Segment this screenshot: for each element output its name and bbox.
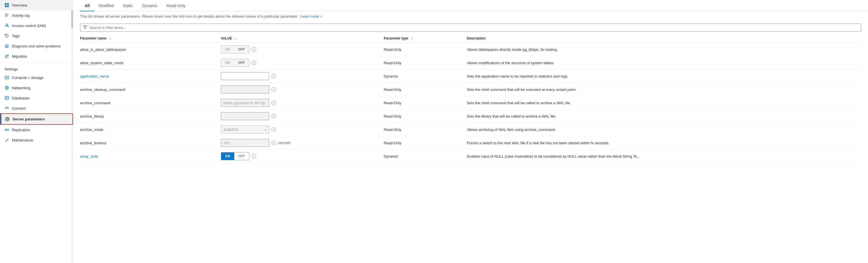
sidebar-label-replication: Replication bbox=[12, 128, 30, 132]
diagnose-icon bbox=[4, 44, 9, 48]
input-5 bbox=[221, 112, 269, 120]
param-name-4: archive_command bbox=[80, 101, 110, 105]
toggle-on-blue-8[interactable]: ON bbox=[221, 152, 234, 160]
param-type-8: Dynamic bbox=[383, 150, 467, 163]
db-icon bbox=[4, 96, 9, 100]
network-icon bbox=[4, 86, 9, 90]
sidebar-label-activity-log: Activity log bbox=[12, 13, 30, 18]
svg-rect-1 bbox=[7, 3, 9, 5]
info-icon-2[interactable]: i bbox=[272, 74, 276, 78]
tab-read-only[interactable]: Read-Only bbox=[162, 0, 190, 11]
tab-modified[interactable]: Modified bbox=[94, 0, 118, 11]
param-desc-3: Sets the shell command that will be exec… bbox=[467, 83, 861, 96]
param-desc-4: Sets the shell command that will be call… bbox=[467, 96, 861, 110]
col-header-desc: Description bbox=[467, 34, 861, 43]
activity-icon bbox=[4, 13, 9, 18]
svg-point-8 bbox=[7, 26, 8, 27]
sidebar-item-networking[interactable]: Networking bbox=[0, 83, 73, 93]
sidebar-label-overview: Overview bbox=[12, 3, 27, 7]
input-2[interactable] bbox=[221, 72, 269, 80]
info-icon-0[interactable]: i bbox=[252, 47, 256, 52]
gear-icon bbox=[5, 117, 10, 121]
table-row: archive_timeoutisecondsRead-OnlyForces a… bbox=[80, 136, 861, 150]
param-type-3: Read-Only bbox=[383, 83, 467, 96]
svg-rect-2 bbox=[5, 5, 6, 7]
parameters-table: Parameter name ↑↓ VALUE ↑↓ Parameter typ… bbox=[80, 34, 861, 163]
info-icon-6[interactable]: i bbox=[272, 127, 276, 132]
svg-rect-5 bbox=[5, 15, 8, 16]
col-header-type: Parameter type ↑↓ bbox=[383, 34, 467, 43]
input-3 bbox=[221, 86, 269, 93]
svg-point-17 bbox=[7, 108, 8, 109]
sidebar-item-connect[interactable]: Connect bbox=[0, 103, 73, 113]
param-type-7: Read-Only bbox=[383, 136, 467, 150]
learn-more-link[interactable]: Learn more bbox=[300, 14, 319, 19]
sidebar-label-access-control: Access control (IAM) bbox=[12, 24, 46, 28]
external-link-icon: ↗ bbox=[320, 15, 322, 18]
svg-rect-0 bbox=[5, 3, 6, 5]
info-icon-3[interactable]: i bbox=[272, 87, 276, 92]
tab-static[interactable]: Static bbox=[118, 0, 137, 11]
info-icon-7[interactable]: i bbox=[272, 141, 276, 145]
select-6: ALWAYS bbox=[221, 125, 269, 134]
sidebar-item-databases[interactable]: Databases bbox=[0, 93, 73, 103]
grid-icon bbox=[4, 3, 9, 7]
sort-name-icon[interactable]: ↑↓ bbox=[109, 37, 112, 40]
table-body: allow_in_place_tablespacesONOFFiRead-Onl… bbox=[80, 43, 861, 163]
toggle-off-blue-8[interactable]: OFF bbox=[234, 152, 249, 160]
sort-type-icon[interactable]: ↑↓ bbox=[410, 37, 413, 40]
table-row: archive_modeALWAYSiRead-OnlyAllows archi… bbox=[80, 123, 861, 136]
sidebar-item-maintenance[interactable]: Maintenance bbox=[0, 135, 73, 145]
compute-icon bbox=[4, 75, 9, 80]
sidebar-item-activity-log[interactable]: Activity log bbox=[0, 10, 73, 21]
toggle-1: ONOFF bbox=[221, 59, 249, 67]
search-input[interactable] bbox=[89, 26, 858, 30]
info-icon-5[interactable]: i bbox=[272, 114, 276, 118]
svg-point-12 bbox=[6, 77, 7, 78]
sidebar-item-diagnose[interactable]: Diagnose and solve problems bbox=[0, 41, 73, 51]
sidebar-item-access-control[interactable]: Access control (IAM) bbox=[0, 21, 73, 31]
param-desc-1: Allows modifications of the structure of… bbox=[467, 56, 861, 69]
sort-value-icon[interactable]: ↑↓ bbox=[234, 37, 237, 40]
select-wrap-6: ALWAYS bbox=[221, 125, 269, 134]
main-content: All Modified Static Dynamic Read-Only Th… bbox=[73, 0, 868, 263]
svg-point-7 bbox=[6, 24, 8, 26]
param-type-5: Read-Only bbox=[383, 110, 467, 123]
sidebar-item-overview[interactable]: Overview bbox=[0, 0, 73, 10]
settings-section-label: Settings bbox=[0, 64, 73, 72]
sidebar-item-migration[interactable]: Migration bbox=[0, 51, 73, 61]
table-row: archive_commandiRead-OnlySets the shell … bbox=[80, 96, 861, 110]
svg-rect-4 bbox=[5, 14, 8, 14]
filter-icon bbox=[83, 25, 87, 30]
sidebar-label-connect: Connect bbox=[12, 106, 26, 111]
tab-dynamic[interactable]: Dynamic bbox=[137, 0, 162, 11]
sidebar-item-server-parameters[interactable]: Server parameters bbox=[0, 113, 73, 125]
sidebar-label-maintenance: Maintenance bbox=[12, 138, 33, 142]
svg-point-19 bbox=[7, 129, 9, 130]
param-type-4: Read-Only bbox=[383, 96, 467, 110]
toggle-off-1: OFF bbox=[234, 59, 249, 66]
svg-rect-3 bbox=[7, 5, 9, 7]
migration-icon bbox=[4, 54, 9, 59]
table-row: archive_libraryiRead-OnlySets the librar… bbox=[80, 110, 861, 123]
param-name-link-2[interactable]: application_name bbox=[80, 74, 109, 78]
replication-icon bbox=[4, 127, 9, 132]
svg-rect-6 bbox=[5, 16, 7, 17]
param-name-7: archive_timeout bbox=[80, 141, 106, 145]
value-suffix-7: seconds bbox=[278, 141, 291, 145]
sidebar-item-compute-storage[interactable]: Compute + storage bbox=[0, 72, 73, 83]
info-icon-4[interactable]: i bbox=[272, 100, 276, 105]
input-4 bbox=[221, 99, 269, 107]
table-row: allow_in_place_tablespacesONOFFiRead-Onl… bbox=[80, 43, 861, 56]
sidebar-item-replication[interactable]: Replication bbox=[0, 125, 73, 135]
param-name-6: archive_mode bbox=[80, 127, 103, 132]
info-bar: This list shows all server parameters. P… bbox=[73, 11, 868, 21]
iam-icon bbox=[4, 23, 9, 28]
toggle-blue-8[interactable]: ONOFF bbox=[221, 152, 249, 160]
sidebar-item-tags[interactable]: Tags bbox=[0, 31, 73, 41]
info-icon-8[interactable]: i bbox=[252, 154, 256, 158]
tab-all[interactable]: All bbox=[80, 0, 94, 11]
toggle-0: ONOFF bbox=[221, 46, 249, 53]
param-name-link-8[interactable]: array_nulls bbox=[80, 154, 98, 158]
info-icon-1[interactable]: i bbox=[252, 60, 256, 65]
